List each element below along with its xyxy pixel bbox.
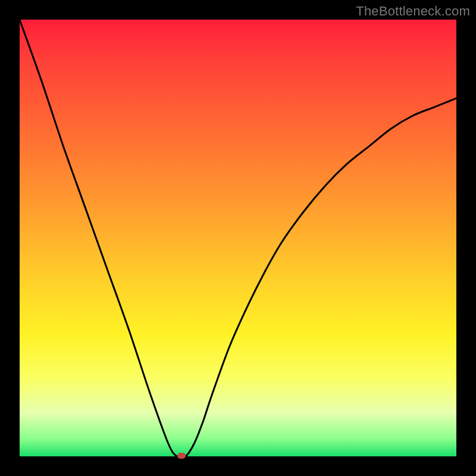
bottleneck-curve — [20, 20, 456, 458]
chart-frame: TheBottleneck.com — [0, 0, 476, 476]
watermark-text: TheBottleneck.com — [356, 4, 470, 19]
curve-svg — [20, 20, 456, 456]
optimal-point-marker — [177, 453, 186, 459]
plot-area — [20, 20, 456, 456]
